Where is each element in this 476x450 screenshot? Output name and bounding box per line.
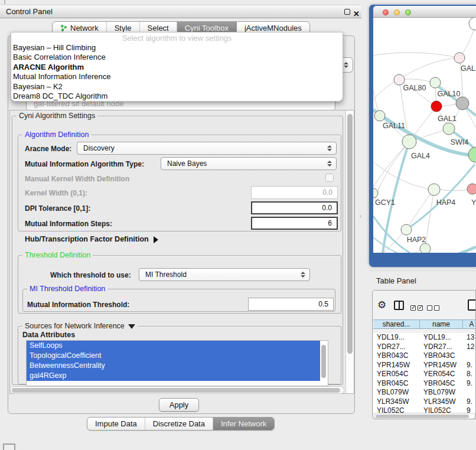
table-row[interactable]: YBL079WYBL079W (373, 388, 476, 397)
network-edge[interactable] (373, 249, 425, 253)
network-node[interactable] (401, 224, 412, 235)
column-header[interactable]: shared... (373, 319, 420, 329)
network-node[interactable] (420, 243, 431, 253)
network-node[interactable] (469, 18, 476, 30)
attribute-item[interactable]: SelfLoops (27, 341, 320, 351)
group-title: Algorithm Definition (22, 131, 91, 139)
mi-threshold-field[interactable]: 0.5 (248, 298, 334, 311)
table-panel-title: Table Panel (376, 276, 416, 285)
network-edge[interactable] (406, 190, 434, 230)
algorithm-option[interactable]: Dream8 DC_TDC Algorithm (11, 92, 343, 101)
attribute-item[interactable]: BetweennessCentrality (27, 361, 320, 371)
network-canvas[interactable]: GALGAL80GAL10GAL1GAL11SWI4GAL4GCY1HAP4YH… (373, 18, 476, 253)
network-edge[interactable] (373, 110, 476, 155)
column-header[interactable]: name (420, 319, 463, 329)
hub-definition-toggle[interactable]: Hub/Transcription Factor Definition (25, 235, 158, 243)
which-threshold-select[interactable]: MI Threshold (139, 268, 310, 281)
docked-panel-icon[interactable] (3, 444, 15, 450)
network-node[interactable] (428, 184, 440, 195)
dpi-tolerance-field[interactable]: 0.0 (251, 201, 338, 214)
control-panel-header: Control Panel ✕ (0, 5, 361, 18)
network-edge[interactable] (373, 162, 434, 190)
scrollbar-thumb[interactable] (347, 114, 353, 354)
network-edge[interactable] (425, 190, 434, 249)
aracne-mode-label: Aracne Mode: (25, 145, 71, 153)
close-traffic-light-icon[interactable] (383, 9, 389, 15)
table-row[interactable]: YPR145WYPR145W9. (373, 361, 476, 370)
network-edge[interactable] (399, 58, 459, 80)
network-node[interactable] (456, 97, 469, 110)
table-row[interactable]: YER054CYER054C8. (373, 370, 476, 379)
table-cell: YBR045C (373, 379, 420, 389)
sources-toggle[interactable]: Sources for Network Inference (22, 322, 138, 330)
list-scrollbar-thumb[interactable] (321, 345, 326, 378)
algorithm-option[interactable]: Bayesian – Hill Climbing (11, 43, 343, 53)
network-node[interactable] (430, 77, 441, 88)
splitter-handle[interactable]: ‹ (360, 214, 363, 219)
field-value: 6 (328, 219, 332, 227)
table-body[interactable]: YDL19...YDL19...13YDR27...YDR27...12YBR0… (373, 333, 476, 413)
scrollbar-thumb[interactable] (376, 415, 469, 418)
network-node[interactable] (467, 184, 476, 194)
splitter-artifact (4, 0, 5, 4)
table-cell: YBL079W (373, 388, 420, 397)
network-node[interactable] (431, 101, 442, 112)
algorithm-option[interactable]: ARACNE Algorithm (11, 63, 343, 72)
table-cell: YBR043C (373, 351, 420, 361)
network-window-titlebar[interactable] (373, 6, 476, 18)
scrollbar-thumb[interactable] (12, 388, 340, 393)
table-row[interactable]: YBR045CYBR045C9. (373, 379, 476, 389)
network-node[interactable] (468, 147, 476, 162)
algorithm-option[interactable]: Mutual Information Inference (11, 72, 343, 81)
algorithm-option[interactable]: Bayesian – K2 (11, 82, 343, 92)
combo-arrows-icon (327, 161, 332, 167)
table-cell: YBR043C (420, 351, 463, 361)
table-horizontal-scrollbar[interactable] (374, 413, 475, 419)
table-row[interactable]: YBR043CYBR043C (373, 351, 476, 361)
mi-steps-field[interactable]: 6 (251, 217, 338, 230)
column-header[interactable]: A (463, 319, 476, 329)
expanded-arrow-icon (128, 324, 135, 329)
select-all-checks-icon[interactable] (410, 302, 423, 313)
table-row[interactable]: YLR345WYLR345W9. (373, 397, 476, 407)
mi-algorithm-type-select[interactable]: Naive Bayes (161, 157, 337, 170)
table-row[interactable]: YDR27...YDR27...12 (373, 343, 476, 352)
aracne-mode-select[interactable]: Discovery (77, 142, 337, 155)
minimize-traffic-light-icon[interactable] (394, 9, 400, 15)
algorithm-option[interactable]: Basic Correlation Inference (11, 53, 343, 62)
tab-impute-data[interactable]: Impute Data (87, 418, 145, 430)
tab-infer-network[interactable]: Infer Network (213, 418, 274, 430)
network-node-label: GCY1 (375, 198, 395, 207)
zoom-traffic-light-icon[interactable] (405, 9, 411, 15)
network-node[interactable] (402, 135, 416, 149)
table-row[interactable]: YDL19...YDL19...13 (373, 333, 476, 343)
network-node[interactable] (454, 53, 465, 63)
manual-kernel-width-checkbox[interactable] (325, 174, 334, 182)
network-node[interactable] (373, 188, 378, 198)
apply-button[interactable]: Apply (159, 398, 199, 412)
close-icon[interactable]: ✕ (353, 11, 360, 17)
network-graph[interactable]: GALGAL80GAL10GAL1GAL11SWI4GAL4GCY1HAP4YH… (373, 18, 476, 253)
table-cell: YDR27... (373, 343, 420, 352)
settings-vertical-scrollbar[interactable] (345, 110, 354, 393)
tab-discretize-data[interactable]: Discretize Data (145, 418, 213, 430)
table-row[interactable]: YIL052CYIL052C9 (373, 406, 476, 413)
network-node[interactable] (374, 110, 385, 121)
attribute-item[interactable]: gal4RGexp (27, 371, 320, 381)
float-window-icon[interactable] (344, 9, 350, 15)
deselect-all-checks-icon[interactable] (427, 302, 439, 313)
network-edge[interactable] (374, 142, 409, 201)
network-node-label: GAL80 (403, 84, 426, 92)
network-edge[interactable] (435, 84, 476, 116)
settings-horizontal-scrollbar[interactable] (10, 386, 344, 394)
gear-icon[interactable]: ⚙ (377, 299, 386, 311)
new-table-icon[interactable] (468, 299, 476, 311)
attribute-item[interactable]: TopologicalCoefficient (27, 351, 320, 361)
column-layout-icon[interactable] (394, 301, 404, 310)
network-node[interactable] (443, 123, 455, 135)
screenshot-root: Control Panel ✕ Network Style Select Cyn… (0, 0, 476, 450)
network-edge[interactable] (406, 164, 475, 230)
data-attributes-list[interactable]: SelfLoopsTopologicalCoefficientBetweenne… (26, 340, 328, 386)
kernel-width-field[interactable]: 0.0 (251, 186, 338, 199)
network-edge[interactable] (373, 53, 459, 58)
